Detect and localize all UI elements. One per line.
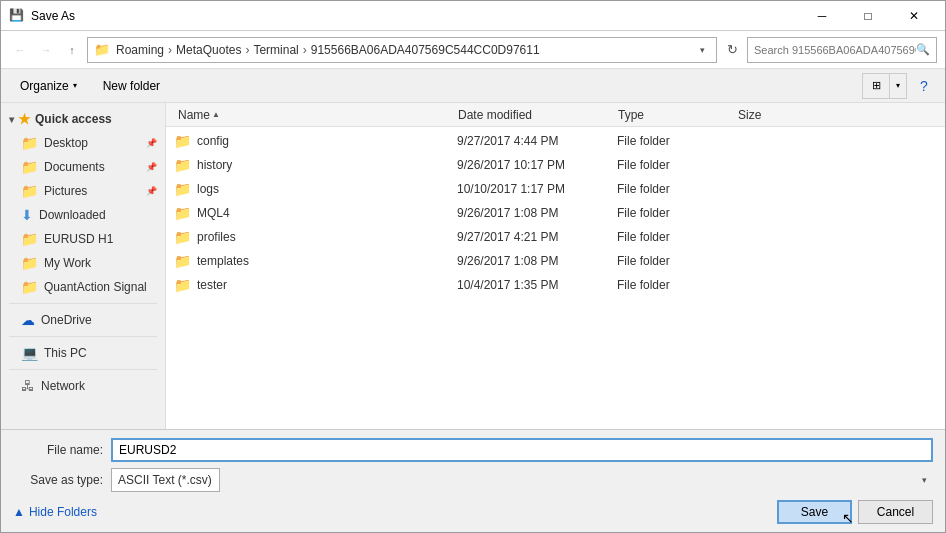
documents-label: Documents — [44, 160, 105, 174]
sidebar-item-documents[interactable]: 📁 Documents 📌 — [1, 155, 165, 179]
sidebar-item-thispc[interactable]: 💻 This PC — [1, 341, 165, 365]
address-bar: ← → ↑ 📁 Roaming › MetaQuotes › Terminal … — [1, 31, 945, 69]
sidebar-item-eurusd[interactable]: 📁 EURUSD H1 — [1, 227, 165, 251]
table-row[interactable]: 📁 config 9/27/2017 4:44 PM File folder — [166, 129, 945, 153]
onedrive-icon: ☁ — [21, 312, 35, 328]
mywork-folder-icon: 📁 — [21, 255, 38, 271]
organize-chevron: ▾ — [73, 81, 77, 90]
table-row[interactable]: 📁 history 9/26/2017 10:17 PM File folder — [166, 153, 945, 177]
network-icon: 🖧 — [21, 378, 35, 394]
eurusd-label: EURUSD H1 — [44, 232, 113, 246]
file-type: File folder — [617, 230, 737, 244]
quantaction-label: QuantAction Signal — [44, 280, 147, 294]
sidebar-item-mywork[interactable]: 📁 My Work — [1, 251, 165, 275]
up-button[interactable]: ↑ — [61, 39, 83, 61]
table-row[interactable]: 📁 MQL4 9/26/2017 1:08 PM File folder — [166, 201, 945, 225]
breadcrumb-terminal: Terminal — [253, 43, 298, 57]
search-input[interactable] — [754, 44, 916, 56]
view-toggle: ⊞ ▾ — [862, 73, 907, 99]
quantaction-folder-icon: 📁 — [21, 279, 38, 295]
table-row[interactable]: 📁 logs 10/10/2017 1:17 PM File folder — [166, 177, 945, 201]
file-date: 9/27/2017 4:21 PM — [457, 230, 617, 244]
breadcrumb-bar[interactable]: 📁 Roaming › MetaQuotes › Terminal › 9155… — [87, 37, 717, 63]
hide-folders-chevron: ▲ — [13, 505, 25, 519]
eurusd-folder-icon: 📁 — [21, 231, 38, 247]
mywork-label: My Work — [44, 256, 91, 270]
file-date: 9/26/2017 1:08 PM — [457, 254, 617, 268]
breadcrumb-folder-icon: 📁 — [94, 42, 110, 57]
sidebar-item-quantaction[interactable]: 📁 QuantAction Signal — [1, 275, 165, 299]
breadcrumb-content: 📁 Roaming › MetaQuotes › Terminal › 9155… — [94, 42, 694, 57]
cancel-button[interactable]: Cancel — [858, 500, 933, 524]
view-icon-button[interactable]: ⊞ — [863, 73, 889, 99]
save-button[interactable]: Save ↖ — [777, 500, 852, 524]
pictures-folder-icon: 📁 — [21, 183, 38, 199]
savetype-wrapper: ASCII Text (*.csv) ▾ — [111, 468, 933, 492]
search-bar[interactable]: 🔍 — [747, 37, 937, 63]
pictures-label: Pictures — [44, 184, 87, 198]
column-size-header[interactable]: Size — [734, 108, 814, 122]
column-type-header[interactable]: Type — [614, 108, 734, 122]
sidebar-item-onedrive[interactable]: ☁ OneDrive — [1, 308, 165, 332]
file-name: history — [197, 158, 457, 172]
file-date: 9/26/2017 10:17 PM — [457, 158, 617, 172]
breadcrumb-dropdown[interactable]: ▾ — [694, 38, 710, 62]
table-row[interactable]: 📁 templates 9/26/2017 1:08 PM File folde… — [166, 249, 945, 273]
hide-folders-button[interactable]: ▲ Hide Folders — [13, 505, 97, 519]
file-type: File folder — [617, 278, 737, 292]
quick-access-collapse-icon: ▾ — [9, 114, 14, 125]
filename-input[interactable] — [111, 438, 933, 462]
savetype-label: Save as type: — [13, 473, 103, 487]
back-button[interactable]: ← — [9, 39, 31, 61]
sidebar-item-downloaded[interactable]: ⬇ Downloaded — [1, 203, 165, 227]
cursor-arrow-icon: ↖ — [842, 510, 854, 526]
sidebar-item-network[interactable]: 🖧 Network — [1, 374, 165, 398]
action-row: ▲ Hide Folders Save ↖ Cancel — [13, 500, 933, 524]
file-area: Name ▲ Date modified Type Size 📁 config … — [166, 103, 945, 429]
window-icon: 💾 — [9, 8, 25, 24]
sidebar-item-pictures[interactable]: 📁 Pictures 📌 — [1, 179, 165, 203]
toolbar: Organize ▾ New folder ⊞ ▾ ? — [1, 69, 945, 103]
column-name-header[interactable]: Name ▲ — [174, 108, 454, 122]
new-folder-button[interactable]: New folder — [92, 73, 171, 99]
search-icon: 🔍 — [916, 43, 930, 56]
file-name: MQL4 — [197, 206, 457, 220]
organize-button[interactable]: Organize ▾ — [9, 73, 88, 99]
file-date: 10/10/2017 1:17 PM — [457, 182, 617, 196]
view-dropdown-button[interactable]: ▾ — [890, 73, 906, 99]
maximize-button[interactable]: □ — [845, 1, 891, 31]
savetype-row: Save as type: ASCII Text (*.csv) ▾ — [13, 468, 933, 492]
documents-pin-icon: 📌 — [146, 162, 157, 172]
quick-access-star-icon: ★ — [18, 111, 31, 127]
forward-button[interactable]: → — [35, 39, 57, 61]
folder-icon: 📁 — [174, 205, 191, 221]
table-row[interactable]: 📁 profiles 9/27/2017 4:21 PM File folder — [166, 225, 945, 249]
savetype-select[interactable]: ASCII Text (*.csv) — [111, 468, 220, 492]
title-bar-left: 💾 Save As — [9, 8, 75, 24]
file-type: File folder — [617, 158, 737, 172]
file-name: config — [197, 134, 457, 148]
refresh-button[interactable]: ↻ — [721, 37, 743, 63]
main-content: ▾ ★ Quick access 📁 Desktop 📌 📁 Documents… — [1, 103, 945, 429]
file-type: File folder — [617, 134, 737, 148]
file-list-header: Name ▲ Date modified Type Size — [166, 103, 945, 127]
file-name: logs — [197, 182, 457, 196]
close-button[interactable]: ✕ — [891, 1, 937, 31]
file-name: templates — [197, 254, 457, 268]
breadcrumb-hash: 915566BA06ADA407569C544CC0D97611 — [311, 43, 540, 57]
help-button[interactable]: ? — [911, 73, 937, 99]
file-date: 9/27/2017 4:44 PM — [457, 134, 617, 148]
column-date-header[interactable]: Date modified — [454, 108, 614, 122]
pictures-pin-icon: 📌 — [146, 186, 157, 196]
sidebar-item-desktop[interactable]: 📁 Desktop 📌 — [1, 131, 165, 155]
downloaded-icon: ⬇ — [21, 207, 33, 223]
folder-icon: 📁 — [174, 181, 191, 197]
breadcrumb-roaming: Roaming — [116, 43, 164, 57]
quick-access-header[interactable]: ▾ ★ Quick access — [1, 107, 165, 131]
sidebar-divider-2 — [9, 336, 157, 337]
filename-row: File name: — [13, 438, 933, 462]
sidebar: ▾ ★ Quick access 📁 Desktop 📌 📁 Documents… — [1, 103, 166, 429]
table-row[interactable]: 📁 tester 10/4/2017 1:35 PM File folder — [166, 273, 945, 297]
desktop-folder-icon: 📁 — [21, 135, 38, 151]
minimize-button[interactable]: ─ — [799, 1, 845, 31]
